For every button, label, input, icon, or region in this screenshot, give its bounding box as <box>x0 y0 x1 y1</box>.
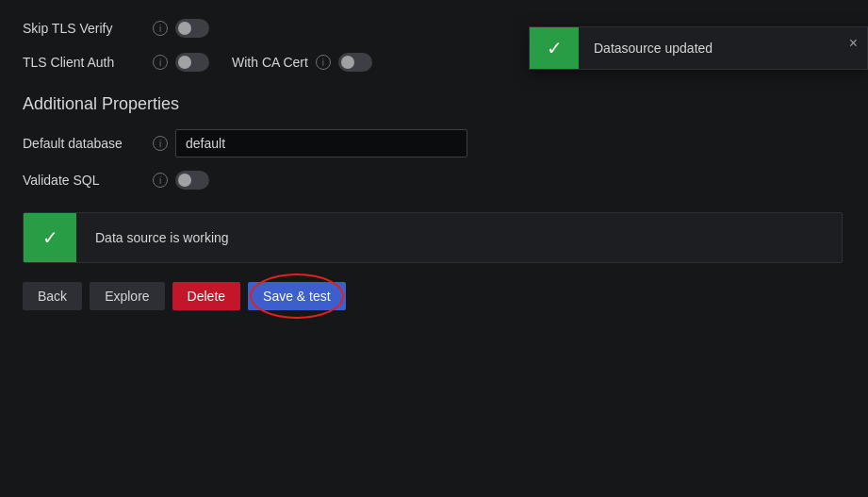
section-title: Additional Properties <box>23 94 845 114</box>
status-bar: ✓ Data source is working <box>23 212 843 263</box>
with-ca-cert-thumb <box>341 56 354 69</box>
skip-tls-thumb <box>178 22 191 35</box>
toast-message: Datasource updated <box>594 41 712 56</box>
status-text: Data source is working <box>76 230 248 245</box>
tls-client-auth-thumb <box>178 56 191 69</box>
with-ca-cert-toggle[interactable] <box>338 53 372 72</box>
explore-button[interactable]: Explore <box>90 282 164 310</box>
validate-sql-info-icon[interactable]: i <box>153 173 168 188</box>
validate-sql-row: Validate SQL i <box>23 171 845 190</box>
tls-client-auth-track <box>175 53 209 72</box>
toast-notification: ✓ Datasource updated × <box>529 26 868 70</box>
skip-tls-info-icon[interactable]: i <box>153 21 168 36</box>
save-test-button[interactable]: Save & test <box>248 282 346 310</box>
skip-tls-toggle[interactable] <box>175 19 209 38</box>
tls-client-auth-info-icon[interactable]: i <box>153 55 168 70</box>
with-ca-cert-label: With CA Cert <box>232 55 308 70</box>
validate-sql-thumb <box>178 174 191 187</box>
skip-tls-label: Skip TLS Verify <box>23 21 145 36</box>
default-database-info-icon[interactable]: i <box>153 136 168 151</box>
validate-sql-toggle[interactable] <box>175 171 209 190</box>
tls-client-auth-label: TLS Client Auth <box>23 55 145 70</box>
toast-close-button[interactable]: × <box>849 35 858 52</box>
back-button[interactable]: Back <box>23 282 82 310</box>
default-database-label: Default database <box>23 136 145 151</box>
default-database-input[interactable] <box>175 129 467 157</box>
status-icon-box: ✓ <box>24 213 76 262</box>
save-btn-wrapper: Save & test <box>248 282 346 310</box>
default-database-row: Default database i <box>23 129 845 157</box>
delete-button[interactable]: Delete <box>172 282 240 310</box>
skip-tls-track <box>175 19 209 38</box>
button-row: Back Explore Delete Save & test <box>23 282 845 310</box>
toast-icon-box: ✓ <box>530 27 579 69</box>
main-content: ✓ Datasource updated × Skip TLS Verify i… <box>0 0 868 329</box>
with-ca-cert-track <box>338 53 372 72</box>
validate-sql-track <box>175 171 209 190</box>
validate-sql-label: Validate SQL <box>23 173 145 188</box>
tls-client-auth-toggle[interactable] <box>175 53 209 72</box>
additional-properties-section: Additional Properties Default database i… <box>23 94 845 190</box>
toast-check-icon: ✓ <box>547 37 563 59</box>
toast-body: Datasource updated <box>579 27 867 69</box>
status-check-icon: ✓ <box>42 226 58 249</box>
ca-cert-info-icon[interactable]: i <box>316 55 331 70</box>
